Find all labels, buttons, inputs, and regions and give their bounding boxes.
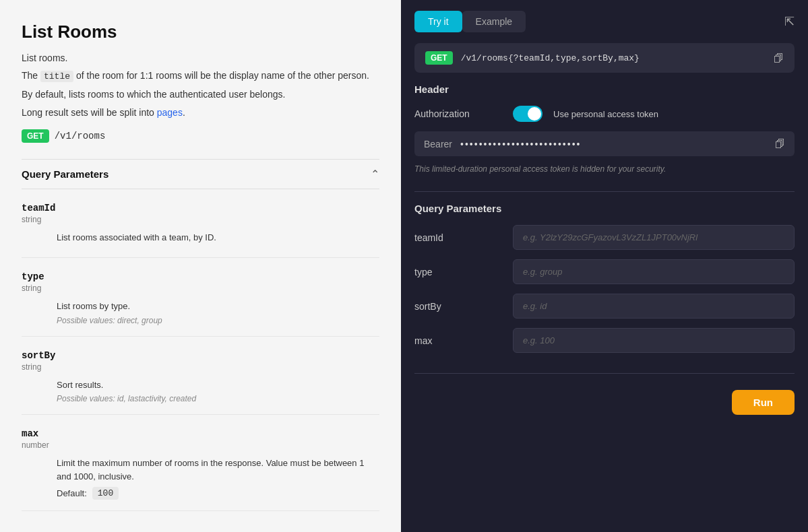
description3: Long result sets will be split into page…: [22, 105, 379, 120]
param-possible: Possible values: direct, group: [57, 316, 379, 325]
bearer-dots: ••••••••••••••••••••••••••: [460, 139, 775, 149]
qp-label: teamId: [414, 232, 502, 243]
bearer-row: Bearer •••••••••••••••••••••••••• 🗍: [414, 131, 795, 156]
description3-prefix: Long result sets will be split into: [22, 107, 157, 118]
divider2: [414, 373, 795, 374]
param-item: type string List rooms by type. Possible…: [22, 258, 379, 337]
param-type: string: [22, 284, 379, 293]
endpoint-row: GET /v1/rooms: [22, 129, 379, 143]
header-section: Header Authorization Use personal access…: [401, 84, 808, 191]
right-panel: Try it Example ⇱ GET /v1/rooms{?teamId,t…: [401, 0, 808, 532]
page-title: List Rooms: [22, 22, 379, 42]
url-get-badge: GET: [425, 51, 453, 65]
description-suffix: of the room for 1:1 rooms will be the di…: [76, 70, 369, 81]
tab-try-it[interactable]: Try it: [414, 11, 462, 32]
endpoint-path: /v1/rooms: [55, 131, 106, 141]
auth-label: Authorization: [414, 108, 502, 119]
param-name: type: [22, 271, 379, 282]
auth-token-label: Use personal access token: [553, 109, 658, 119]
qp-input-sortBy[interactable]: [513, 294, 795, 319]
url-bar: GET /v1/rooms{?teamId,type,sortBy,max} 🗍: [414, 43, 795, 73]
qp-label: sortBy: [414, 301, 502, 312]
param-name: max: [22, 428, 379, 439]
description3-suffix: .: [183, 107, 185, 118]
qp-row: max: [414, 328, 795, 353]
header-section-title: Header: [414, 84, 795, 95]
right-query-params-section: Query Parameters teamId type sortBy max: [401, 203, 808, 373]
param-possible: Possible values: id, lastactivity, creat…: [57, 394, 379, 403]
param-type: string: [22, 215, 379, 224]
qp-row: teamId: [414, 225, 795, 250]
qp-row: sortBy: [414, 294, 795, 319]
qp-label: type: [414, 267, 502, 277]
param-desc: Limit the maximum number of rooms in the…: [57, 457, 379, 483]
qp-label: max: [414, 335, 502, 346]
expand-icon[interactable]: ⇱: [784, 14, 795, 29]
copy-token-icon[interactable]: 🗍: [775, 138, 785, 149]
param-item: sortBy string Sort results. Possible val…: [22, 337, 379, 415]
bearer-label: Bearer: [424, 139, 452, 149]
query-params-title: Query Parameters: [22, 168, 108, 180]
title-description: The title of the room for 1:1 rooms will…: [22, 68, 379, 84]
query-params-header[interactable]: Query Parameters ⌃: [22, 159, 379, 189]
run-btn-container: Run: [401, 385, 808, 428]
title-code: title: [40, 71, 73, 82]
toggle-track: [513, 106, 542, 122]
left-panel: List Rooms List rooms. The title of the …: [0, 0, 401, 532]
tab-example[interactable]: Example: [462, 11, 526, 32]
run-button[interactable]: Run: [732, 390, 795, 415]
qp-row: type: [414, 259, 795, 284]
auth-row: Authorization Use personal access token: [414, 106, 795, 122]
get-badge: GET: [22, 129, 49, 143]
right-params-list: teamId type sortBy max: [414, 225, 795, 353]
param-type: number: [22, 440, 379, 450]
param-name: sortBy: [22, 350, 379, 361]
tab-bar: Try it Example ⇱: [401, 0, 808, 32]
param-desc: List rooms by type.: [57, 300, 379, 313]
url-path: /v1/rooms{?teamId,type,sortBy,max}: [461, 53, 766, 63]
pages-link[interactable]: pages: [157, 107, 183, 118]
description2: By default, lists rooms to which the aut…: [22, 87, 379, 102]
param-type: string: [22, 362, 379, 372]
param-item: max number Limit the maximum number of r…: [22, 415, 379, 511]
right-query-params-title: Query Parameters: [414, 203, 795, 214]
param-item: teamId string List rooms associated with…: [22, 189, 379, 259]
security-note: This limited-duration personal access to…: [414, 163, 795, 175]
param-default-label: Default:: [57, 488, 87, 498]
subtitle: List rooms.: [22, 51, 379, 65]
param-default-row: Default: 100: [57, 487, 379, 500]
qp-input-max[interactable]: [513, 328, 795, 353]
divider: [414, 191, 795, 192]
auth-toggle[interactable]: [513, 106, 542, 122]
param-default-value: 100: [92, 487, 119, 500]
param-desc: Sort results.: [57, 378, 379, 392]
params-list: teamId string List rooms associated with…: [22, 189, 379, 512]
param-desc: List rooms associated with a team, by ID…: [57, 231, 379, 244]
param-name: teamId: [22, 203, 379, 213]
chevron-up-icon: ⌃: [371, 168, 379, 180]
copy-url-icon[interactable]: 🗍: [774, 53, 784, 64]
qp-input-type[interactable]: [513, 259, 795, 284]
toggle-thumb: [528, 107, 541, 121]
qp-input-teamId[interactable]: [513, 225, 795, 250]
